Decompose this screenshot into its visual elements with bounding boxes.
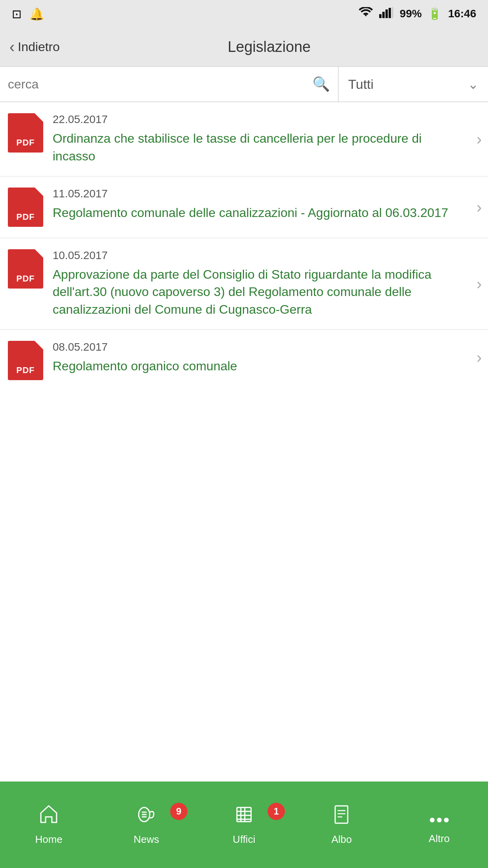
item-content: 22.05.2017 Ordinanza che stabilisce le t… [53,113,480,165]
svg-point-21 [444,818,449,822]
battery-percent: 99% [400,7,422,20]
item-title: Ordinanza che stabilisce le tasse di can… [53,130,464,165]
uffici-badge: 1 [268,803,285,820]
chevron-down-icon: ⌄ [468,76,479,92]
search-wrapper[interactable]: 🔍 [0,67,339,101]
wifi-icon [359,7,373,21]
filter-label: Tutti [348,77,374,92]
svg-point-20 [437,818,442,822]
news-icon [136,804,157,829]
item-date: 22.05.2017 [53,113,464,126]
nav-item-albo[interactable]: Albo [293,804,390,846]
battery-icon: 🔋 [428,7,442,20]
svg-point-19 [430,818,435,822]
nav-label-home: Home [35,833,62,846]
nav-label-albo: Albo [331,833,352,846]
back-label: Indietro [18,40,60,54]
svg-rect-1 [382,12,385,18]
legislation-list: PDF 22.05.2017 Ordinanza che stabilisce … [0,102,488,385]
albo-icon [331,804,352,829]
item-title: Approvazione da parte del Consiglio di S… [53,266,464,318]
svg-rect-2 [385,9,388,18]
search-filter-bar: 🔍 Tutti ⌄ [0,67,488,102]
item-content: 10.05.2017 Approvazione da parte del Con… [53,249,480,318]
list-item[interactable]: PDF 22.05.2017 Ordinanza che stabilisce … [0,102,488,177]
nav-label-uffici: Uffici [233,833,255,846]
pdf-icon: PDF [8,188,43,227]
item-title: Regolamento comunale delle canalizzazion… [53,204,464,222]
nav-item-news[interactable]: 9 News [97,804,195,846]
item-title: Regolamento organico comunale [53,357,464,375]
chevron-right-icon: › [477,198,482,216]
page-title: Legislazione [60,39,479,55]
header: ‹ Indietro Legislazione [0,28,488,67]
uffici-icon [234,804,254,829]
bottom-navigation: Home 9 News 1 Uffici [0,782,488,868]
back-button[interactable]: ‹ Indietro [9,38,60,56]
time-display: 16:46 [448,7,476,20]
list-item[interactable]: PDF 11.05.2017 Regolamento comunale dell… [0,177,488,238]
nav-label-altro: Altro [429,833,449,845]
item-date: 11.05.2017 [53,188,464,200]
chevron-right-icon: › [477,275,482,292]
search-icon: 🔍 [312,76,330,92]
filter-dropdown[interactable]: Tutti ⌄ [339,67,488,101]
nav-item-home[interactable]: Home [0,804,97,846]
pdf-icon: PDF [8,341,43,380]
image-icon: ⊡ [12,7,22,21]
list-item-partial[interactable]: PDF 08.05.2017 Regolamento organico comu… [0,330,488,385]
chevron-right-icon: › [477,348,482,366]
svg-rect-15 [335,806,348,823]
search-input[interactable] [8,77,312,92]
back-arrow-icon: ‹ [9,38,15,56]
svg-rect-4 [392,7,393,18]
nav-label-news: News [134,833,159,846]
nav-item-uffici[interactable]: 1 Uffici [195,804,293,846]
item-date: 10.05.2017 [53,249,464,262]
home-icon [39,804,59,829]
signal-icon [379,7,393,21]
item-content: 08.05.2017 Regolamento organico comunale [53,341,480,375]
svg-rect-3 [389,8,391,18]
item-content: 11.05.2017 Regolamento comunale delle ca… [53,188,480,222]
svg-rect-0 [379,14,382,18]
news-badge: 9 [170,803,187,820]
status-bar: ⊡ 🔔 99% 🔋 16:46 [0,0,488,28]
pdf-icon: PDF [8,249,43,289]
altro-icon [429,805,449,829]
pdf-icon: PDF [8,113,43,153]
chevron-right-icon: › [477,130,482,148]
item-date: 08.05.2017 [53,341,464,353]
bell-icon: 🔔 [29,7,44,21]
list-item[interactable]: PDF 10.05.2017 Approvazione da parte del… [0,238,488,330]
nav-item-altro[interactable]: Altro [391,805,488,845]
